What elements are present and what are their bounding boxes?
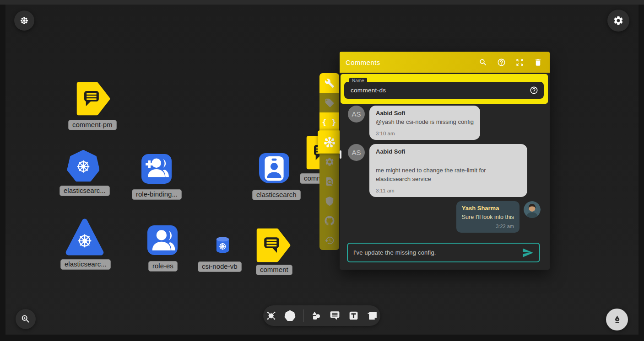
delete-icon[interactable] xyxy=(534,58,542,67)
name-input[interactable] xyxy=(351,87,530,94)
toolbar-item-github[interactable] xyxy=(319,211,339,230)
braces-icon: { } xyxy=(322,118,337,127)
message-author: Aabid Sofi xyxy=(376,148,521,155)
message-time: 3:11 am xyxy=(376,188,521,193)
node-label: elasticsearc... xyxy=(60,259,111,270)
dock-divider xyxy=(303,309,303,322)
user-photo xyxy=(524,201,541,218)
text-icon xyxy=(348,310,359,321)
settings-button[interactable] xyxy=(607,10,629,32)
toolbar-item-security[interactable] xyxy=(319,191,339,211)
window-top-strip xyxy=(0,0,644,5)
message-time: 3:10 am xyxy=(376,131,474,136)
message-text: me might need to change the rate-limit f… xyxy=(376,166,521,184)
toolbar-item-history[interactable] xyxy=(319,230,339,250)
app-menu-button[interactable] xyxy=(14,11,34,31)
canvas-tools-dock xyxy=(263,305,380,326)
kubernetes-heptagon-icon xyxy=(67,150,99,182)
service-account-badge-icon xyxy=(259,153,289,183)
name-section: Name xyxy=(341,74,548,104)
node-label: comment-pm xyxy=(68,120,117,130)
node-comment[interactable] xyxy=(256,228,291,262)
scrollbar-thumb[interactable] xyxy=(340,150,341,159)
message-time: 3:22 am xyxy=(462,224,514,229)
kubernetes-triangle-icon xyxy=(64,218,106,257)
flower-menu-icon xyxy=(19,16,29,26)
comment-shape-icon xyxy=(256,228,291,262)
message: Yash Sharma Sure I'll look into this 3:2… xyxy=(348,201,541,233)
canvas[interactable]: comment-pm elasticsearc... role-binding.… xyxy=(0,0,644,341)
node-label: role-binding... xyxy=(132,189,182,200)
node-label: elasticsearc... xyxy=(60,186,110,196)
panel-title: Comments xyxy=(346,59,380,66)
mesh-hub-icon xyxy=(324,136,336,148)
comment-input[interactable] xyxy=(353,249,522,256)
toolbar-item-settings[interactable] xyxy=(319,152,339,171)
send-icon[interactable] xyxy=(522,247,534,259)
message-bubble: Aabid Sofi me might need to change the r… xyxy=(369,144,527,197)
comments-panel: Comments Name AS Aabid Sofi xyxy=(340,52,550,270)
storage-cylinder-icon xyxy=(215,236,231,254)
node-label: elasticsearch xyxy=(252,190,301,200)
connections-tool[interactable] xyxy=(265,310,277,322)
node-role-es[interactable] xyxy=(147,225,178,255)
toolbar-item-configure[interactable] xyxy=(319,73,339,93)
toolbar-item-mesh[interactable] xyxy=(318,130,341,154)
message: AS Aabid Sofi me might need to change th… xyxy=(348,144,541,197)
help-icon[interactable] xyxy=(497,58,506,67)
kubernetes-tool[interactable] xyxy=(284,310,296,322)
help-icon[interactable] xyxy=(530,86,538,95)
github-icon xyxy=(325,216,335,226)
connections-icon xyxy=(265,310,277,321)
zoom-in-icon xyxy=(21,314,31,324)
tag-icon xyxy=(325,98,335,108)
message-text: Sure I'll look into this xyxy=(462,213,514,221)
shapes-icon xyxy=(310,310,322,321)
comments-panel-header[interactable]: Comments xyxy=(340,52,550,73)
history-icon xyxy=(325,235,335,245)
text-tool[interactable] xyxy=(348,310,360,322)
avatar-photo xyxy=(524,201,541,218)
node-label: role-es xyxy=(148,261,178,272)
toolbar-item-json[interactable]: { } xyxy=(319,112,339,132)
pen-nib-icon xyxy=(612,314,622,325)
expand-icon[interactable] xyxy=(515,58,524,67)
wrench-icon xyxy=(325,78,335,88)
messages-list[interactable]: AS Aabid Sofi @yash the csi-node is miss… xyxy=(340,104,550,240)
message-author: Aabid Sofi xyxy=(376,110,474,117)
comment-tool[interactable] xyxy=(329,310,341,322)
zoom-button[interactable] xyxy=(16,309,36,329)
shield-icon xyxy=(325,196,335,206)
name-field-label: Name xyxy=(349,78,367,84)
message-text: @yash the csi-node is missing config xyxy=(376,118,474,127)
message: AS Aabid Sofi @yash the csi-node is miss… xyxy=(348,106,541,140)
node-elasticsearch-service-account[interactable] xyxy=(259,153,289,183)
gear-icon xyxy=(325,157,335,167)
comment-icon xyxy=(329,310,341,321)
avatar: AS xyxy=(348,144,365,161)
node-comment-pm[interactable] xyxy=(76,81,110,117)
sticky-note-icon xyxy=(367,310,378,321)
pen-tool-button[interactable] xyxy=(606,309,628,330)
kubernetes-icon xyxy=(284,310,296,321)
node-role-binding[interactable] xyxy=(141,154,172,184)
avatar: AS xyxy=(348,106,365,123)
comment-composer[interactable] xyxy=(347,243,540,262)
blank-line xyxy=(376,156,521,166)
node-label: csi-node-vb xyxy=(198,261,242,272)
shapes-tool[interactable] xyxy=(310,310,322,322)
find-in-page-icon xyxy=(325,176,335,186)
name-field[interactable] xyxy=(344,82,544,99)
note-tool[interactable] xyxy=(367,310,379,322)
message-bubble: Aabid Sofi @yash the csi-node is missing… xyxy=(369,106,480,140)
node-csi-node-vb[interactable] xyxy=(215,236,231,254)
toolbar-item-tag[interactable] xyxy=(319,93,339,112)
node-elasticsearch-pod[interactable] xyxy=(67,150,99,182)
message-author: Yash Sharma xyxy=(462,205,514,212)
toolbar-item-inspect[interactable] xyxy=(319,171,339,191)
node-label: comment xyxy=(256,265,292,275)
node-elasticsearch-deployment[interactable] xyxy=(64,218,106,257)
search-icon[interactable] xyxy=(479,58,487,67)
settings-gear-icon xyxy=(613,15,624,26)
node-action-toolbar: { } xyxy=(319,73,339,250)
